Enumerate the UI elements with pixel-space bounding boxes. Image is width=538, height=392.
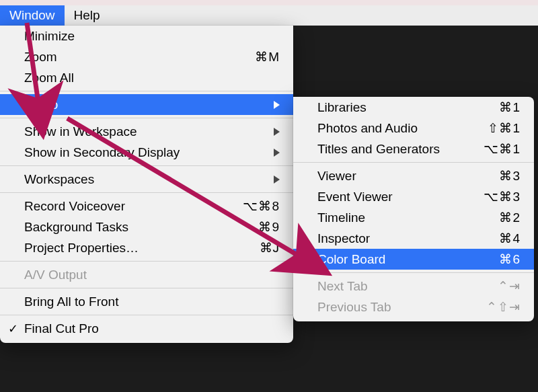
menu-item-background-tasks[interactable]: Background Tasks ⌘9 xyxy=(0,217,293,237)
menu-item-show-secondary[interactable]: Show in Secondary Display xyxy=(0,142,293,163)
menu-shortcut: ⌘M xyxy=(255,49,280,65)
checkmark-icon: ✓ xyxy=(8,321,18,336)
submenu-arrow-icon xyxy=(274,149,280,157)
menu-separator xyxy=(0,91,293,91)
title-bar-strip xyxy=(0,0,538,5)
menu-separator xyxy=(293,162,534,163)
menu-item-zoom[interactable]: Zoom ⌘M xyxy=(0,46,293,67)
submenu-arrow-icon xyxy=(274,101,280,109)
menu-item-final-cut-pro[interactable]: ✓ Final Cut Pro xyxy=(0,318,293,339)
menu-item-label: Next Tab xyxy=(317,279,368,294)
menu-item-workspaces[interactable]: Workspaces xyxy=(0,169,293,190)
menu-item-label: Photos and Audio xyxy=(317,121,418,136)
menu-item-show-workspace[interactable]: Show in Workspace xyxy=(0,121,293,142)
menu-item-go-to[interactable]: Go To xyxy=(0,94,293,115)
menu-shortcut: ⌘6 xyxy=(499,251,521,267)
menubar-item-window[interactable]: Window xyxy=(0,5,65,26)
menu-item-label: Workspaces xyxy=(24,172,94,187)
menu-item-label: Timeline xyxy=(317,210,365,225)
menu-item-label: Titles and Generators xyxy=(317,142,440,157)
submenu-item-timeline[interactable]: Timeline ⌘2 xyxy=(293,207,534,228)
menu-item-label: Project Properties… xyxy=(24,241,139,256)
menu-item-project-properties[interactable]: Project Properties… ⌘J xyxy=(0,237,293,258)
menu-item-zoom-all[interactable]: Zoom All xyxy=(0,67,293,88)
menu-item-label: Record Voiceover xyxy=(24,199,125,214)
menu-shortcut: ⌘4 xyxy=(499,231,521,246)
menu-shortcut: ⌥⌘1 xyxy=(484,141,521,157)
menu-separator xyxy=(0,261,293,262)
submenu-item-titles-generators[interactable]: Titles and Generators ⌥⌘1 xyxy=(293,139,534,159)
menu-shortcut: ⌥⌘3 xyxy=(484,189,521,204)
submenu-arrow-icon xyxy=(274,128,280,136)
menu-shortcut: ⌘1 xyxy=(499,100,521,115)
menu-shortcut: ⌘3 xyxy=(499,168,521,184)
submenu-item-color-board[interactable]: Color Board ⌘6 xyxy=(293,249,534,270)
submenu-item-libraries[interactable]: Libraries ⌘1 xyxy=(293,97,534,118)
menu-item-label: Show in Secondary Display xyxy=(24,145,180,160)
menu-item-record-voiceover[interactable]: Record Voiceover ⌥⌘8 xyxy=(0,196,293,217)
menu-item-label: Zoom All xyxy=(24,71,74,85)
menu-separator xyxy=(0,288,293,288)
menubar: Window Help xyxy=(0,5,538,26)
menu-separator xyxy=(0,192,293,193)
menu-item-label: Show in Workspace xyxy=(24,124,137,139)
window-menu: Minimize Zoom ⌘M Zoom All Go To Show in … xyxy=(0,26,293,343)
menu-shortcut: ⌥⌘8 xyxy=(243,198,280,214)
menu-shortcut: ⌘J xyxy=(260,240,280,256)
menu-separator xyxy=(0,165,293,166)
submenu-arrow-icon xyxy=(274,175,280,184)
submenu-item-viewer[interactable]: Viewer ⌘3 xyxy=(293,165,534,186)
menu-item-minimize[interactable]: Minimize xyxy=(0,26,293,46)
menu-item-bring-all-front[interactable]: Bring All to Front xyxy=(0,291,293,312)
menu-item-label: Go To xyxy=(24,97,58,112)
menu-item-label: Minimize xyxy=(24,29,75,44)
menu-shortcut: ⌃⇥ xyxy=(498,278,521,294)
menu-item-label: Libraries xyxy=(317,100,367,115)
submenu-item-inspector[interactable]: Inspector ⌘4 xyxy=(293,228,534,249)
menu-item-label: Bring All to Front xyxy=(24,295,118,309)
submenu-item-next-tab: Next Tab ⌃⇥ xyxy=(293,276,534,297)
submenu-item-event-viewer[interactable]: Event Viewer ⌥⌘3 xyxy=(293,186,534,207)
menu-separator xyxy=(293,272,534,273)
menu-shortcut: ⌘2 xyxy=(499,210,521,225)
go-to-submenu: Libraries ⌘1 Photos and Audio ⇧⌘1 Titles… xyxy=(293,97,534,321)
submenu-item-previous-tab: Previous Tab ⌃⇧⇥ xyxy=(293,297,534,317)
submenu-item-photos-audio[interactable]: Photos and Audio ⇧⌘1 xyxy=(293,118,534,139)
menu-item-label: Inspector xyxy=(317,231,370,246)
menu-item-label: Background Tasks xyxy=(24,220,128,235)
menubar-item-help[interactable]: Help xyxy=(65,5,110,26)
menu-item-label: Event Viewer xyxy=(317,190,393,204)
menu-shortcut: ⌘9 xyxy=(258,219,280,235)
menu-separator xyxy=(0,315,293,315)
menu-item-label: Zoom xyxy=(24,50,57,65)
menu-item-label: Color Board xyxy=(317,252,385,267)
menu-item-label: Previous Tab xyxy=(317,300,391,315)
menu-shortcut: ⇧⌘1 xyxy=(488,120,521,136)
menu-item-label: Viewer xyxy=(317,169,356,184)
menu-item-label: Final Cut Pro xyxy=(24,321,99,336)
menu-shortcut: ⌃⇧⇥ xyxy=(486,299,521,315)
menu-separator xyxy=(0,118,293,118)
menu-item-av-output: A/V Output xyxy=(0,264,293,285)
menu-item-label: A/V Output xyxy=(24,268,87,282)
